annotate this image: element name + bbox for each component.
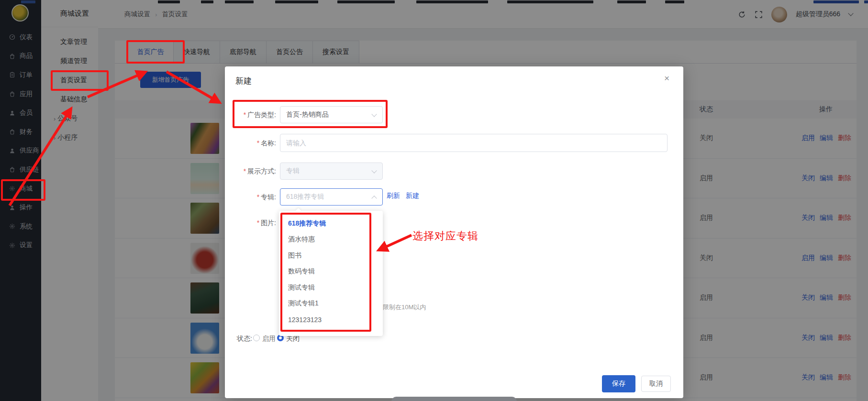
chevron-up-icon <box>371 195 377 201</box>
display-mode-label: *展示方式: <box>225 167 276 176</box>
status-on-label[interactable]: 启用 <box>262 335 276 343</box>
upload-hint: 限制在10M以内 <box>383 303 426 312</box>
album-placeholder: 618推荐专辑 <box>286 193 324 201</box>
dropdown-item[interactable]: 图书 <box>279 248 383 264</box>
name-label: *名称: <box>225 139 276 148</box>
screen: 仪表 商品 订单 应用 会员 财务 供应商 供应链 商城 操作 系统 设置 商城… <box>0 0 868 401</box>
refresh-album-link[interactable]: 刷新 <box>387 192 400 200</box>
save-button[interactable]: 保存 <box>602 375 635 392</box>
status-label: 状态: <box>225 335 252 343</box>
bottom-overlay-pill <box>391 397 517 401</box>
ad-type-value: 首页-热销商品 <box>286 110 329 119</box>
ad-type-select[interactable]: 首页-热销商品 <box>280 106 383 123</box>
chevron-down-icon <box>371 111 377 117</box>
album-dropdown: 618推荐专辑 酒水特惠 图书 数码专辑 测试专辑 测试专辑1 12312312… <box>279 211 383 336</box>
album-select[interactable]: 618推荐专辑 <box>280 188 383 206</box>
chevron-down-icon <box>371 168 377 173</box>
dropdown-item[interactable]: 123123123 <box>279 312 383 328</box>
display-mode-select[interactable]: 专辑 <box>280 163 383 180</box>
new-album-link[interactable]: 新建 <box>406 192 419 200</box>
modal-title: 新建 <box>235 76 252 87</box>
ad-type-label: *广告类型: <box>225 111 276 119</box>
dropdown-item[interactable]: 酒水特惠 <box>279 232 383 248</box>
close-icon[interactable]: × <box>664 73 669 84</box>
display-mode-value: 专辑 <box>286 167 300 175</box>
status-radio-on[interactable] <box>253 335 260 341</box>
dropdown-item[interactable]: 数码专辑 <box>279 264 383 280</box>
name-input[interactable] <box>280 134 668 152</box>
cancel-button[interactable]: 取消 <box>641 376 671 392</box>
album-label: *专辑: <box>225 193 276 202</box>
dropdown-item[interactable]: 测试专辑 <box>279 280 383 296</box>
image-label: *图片: <box>225 219 276 228</box>
dropdown-item[interactable]: 测试专辑1 <box>279 296 383 312</box>
dropdown-item[interactable]: 618推荐专辑 <box>279 216 383 232</box>
